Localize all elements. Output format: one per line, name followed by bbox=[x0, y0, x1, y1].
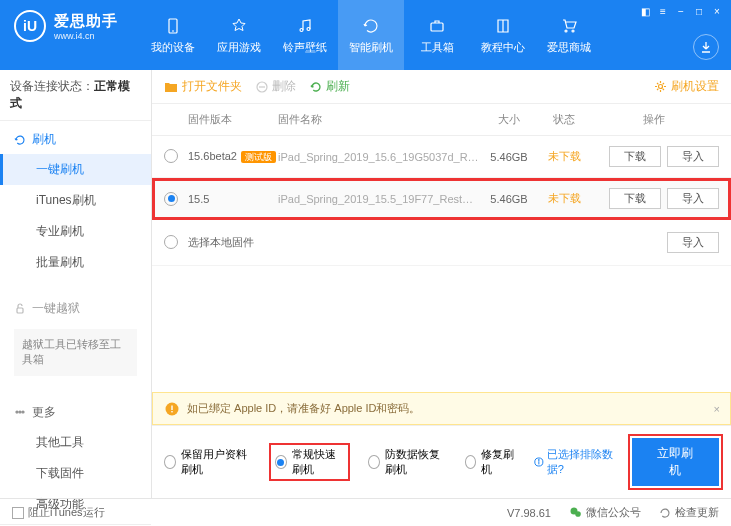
th-state: 状态 bbox=[539, 112, 589, 127]
nav-flash[interactable]: 智能刷机 bbox=[338, 0, 404, 70]
svg-point-3 bbox=[307, 27, 310, 30]
sidebar-item-oneclick-flash[interactable]: 一键刷机 bbox=[0, 154, 151, 185]
local-firmware-row[interactable]: 选择本地固件 导入 bbox=[152, 220, 731, 266]
opt-keep-data[interactable]: 保留用户资料刷机 bbox=[164, 447, 251, 477]
download-manager-button[interactable] bbox=[693, 34, 719, 60]
apps-icon bbox=[229, 16, 249, 36]
nav-ringtones[interactable]: 铃声壁纸 bbox=[272, 0, 338, 70]
import-button[interactable]: 导入 bbox=[667, 146, 719, 167]
nav-store[interactable]: 爱思商城 bbox=[536, 0, 602, 70]
cart-icon bbox=[559, 16, 579, 36]
window-controls: ◧ ≡ − □ × bbox=[637, 4, 725, 18]
toolbox-icon bbox=[427, 16, 447, 36]
update-icon bbox=[659, 507, 671, 519]
beta-badge: 测试版 bbox=[241, 151, 276, 163]
svg-point-8 bbox=[16, 411, 18, 413]
check-update-link[interactable]: 检查更新 bbox=[659, 505, 719, 520]
wechat-link[interactable]: 微信公众号 bbox=[569, 505, 641, 520]
table-header: 固件版本 固件名称 大小 状态 操作 bbox=[152, 104, 731, 136]
wechat-icon bbox=[569, 506, 582, 519]
firmware-name: iPad_Spring_2019_15.5_19F77_Restore.ipsw bbox=[278, 193, 479, 205]
flash-settings-button[interactable]: 刷机设置 bbox=[654, 78, 719, 95]
opt-anti-recovery[interactable]: 防数据恢复刷机 bbox=[368, 447, 446, 477]
sidebar-item-pro-flash[interactable]: 专业刷机 bbox=[0, 216, 151, 247]
brand-url: www.i4.cn bbox=[54, 31, 118, 41]
menu-button[interactable]: ≡ bbox=[655, 4, 671, 18]
main-panel: 打开文件夹 删除 刷新 刷机设置 固件版本 固件名称 大小 状态 操作 15.6… bbox=[152, 70, 731, 498]
firmware-state: 未下载 bbox=[539, 191, 589, 206]
gear-icon bbox=[654, 80, 667, 93]
info-icon bbox=[534, 456, 544, 468]
opt-normal-flash[interactable]: 常规快速刷机 bbox=[275, 447, 344, 477]
row-radio[interactable] bbox=[164, 235, 178, 249]
svg-point-2 bbox=[300, 28, 303, 31]
nav-toolbox[interactable]: 工具箱 bbox=[404, 0, 470, 70]
th-ops: 操作 bbox=[589, 112, 719, 127]
svg-rect-17 bbox=[171, 411, 172, 412]
warning-close-icon[interactable]: × bbox=[714, 403, 720, 415]
connection-status: 设备连接状态：正常模式 bbox=[0, 70, 151, 121]
sidebar: 设备连接状态：正常模式 刷机 一键刷机 iTunes刷机 专业刷机 批量刷机 一… bbox=[0, 70, 152, 498]
delete-icon bbox=[256, 81, 268, 93]
warning-icon bbox=[165, 402, 179, 416]
app-logo-icon: iU bbox=[14, 10, 46, 42]
svg-point-10 bbox=[22, 411, 24, 413]
refresh-button[interactable]: 刷新 bbox=[310, 78, 350, 95]
main-nav: 我的设备 应用游戏 铃声壁纸 智能刷机 工具箱 教程中心 爱思商城 bbox=[140, 0, 602, 70]
block-itunes-checkbox[interactable]: 阻止iTunes运行 bbox=[12, 505, 105, 520]
flash-options: 保留用户资料刷机 常规快速刷机 防数据恢复刷机 修复刷机 已选择排除数据? 立即… bbox=[152, 425, 731, 498]
version-label: V7.98.61 bbox=[507, 507, 551, 519]
svg-rect-4 bbox=[431, 23, 443, 31]
nav-apps[interactable]: 应用游戏 bbox=[206, 0, 272, 70]
book-icon bbox=[493, 16, 513, 36]
logo-area: iU 爱思助手 www.i4.cn bbox=[0, 0, 132, 52]
titlebar: iU 爱思助手 www.i4.cn 我的设备 应用游戏 铃声壁纸 智能刷机 工具… bbox=[0, 0, 731, 70]
jailbreak-note: 越狱工具已转移至工具箱 bbox=[14, 329, 137, 376]
opt-repair[interactable]: 修复刷机 bbox=[465, 447, 516, 477]
svg-point-14 bbox=[659, 85, 663, 89]
sidebar-item-other-tools[interactable]: 其他工具 bbox=[0, 427, 151, 458]
close-button[interactable]: × bbox=[709, 4, 725, 18]
sidebar-group-flash[interactable]: 刷机 bbox=[0, 125, 151, 154]
download-button[interactable]: 下载 bbox=[609, 188, 661, 209]
nav-my-device[interactable]: 我的设备 bbox=[140, 0, 206, 70]
row-radio[interactable] bbox=[164, 192, 178, 206]
th-version: 固件版本 bbox=[188, 112, 278, 127]
refresh-icon bbox=[14, 134, 26, 146]
skin-button[interactable]: ◧ bbox=[637, 4, 653, 18]
nav-tutorials[interactable]: 教程中心 bbox=[470, 0, 536, 70]
firmware-row[interactable]: 15.6beta2测试版 iPad_Spring_2019_15.6_19G50… bbox=[152, 136, 731, 178]
th-size: 大小 bbox=[479, 112, 539, 127]
import-button[interactable]: 导入 bbox=[667, 232, 719, 253]
more-icon bbox=[14, 406, 26, 418]
delete-button[interactable]: 删除 bbox=[256, 78, 296, 95]
sidebar-group-more[interactable]: 更多 bbox=[0, 398, 151, 427]
device-icon bbox=[163, 16, 183, 36]
toolbar: 打开文件夹 删除 刷新 刷机设置 bbox=[152, 70, 731, 104]
download-button[interactable]: 下载 bbox=[609, 146, 661, 167]
sidebar-group-jailbreak[interactable]: 一键越狱 bbox=[0, 294, 151, 323]
firmware-size: 5.46GB bbox=[479, 151, 539, 163]
svg-point-5 bbox=[565, 30, 567, 32]
exclude-data-link[interactable]: 已选择排除数据? bbox=[534, 447, 614, 477]
brand-name: 爱思助手 bbox=[54, 12, 118, 31]
open-folder-button[interactable]: 打开文件夹 bbox=[164, 78, 242, 95]
folder-icon bbox=[164, 81, 178, 93]
minimize-button[interactable]: − bbox=[673, 4, 689, 18]
maximize-button[interactable]: □ bbox=[691, 4, 707, 18]
sidebar-item-itunes-flash[interactable]: iTunes刷机 bbox=[0, 185, 151, 216]
import-button[interactable]: 导入 bbox=[667, 188, 719, 209]
svg-point-20 bbox=[538, 459, 539, 460]
svg-point-6 bbox=[572, 30, 574, 32]
row-radio[interactable] bbox=[164, 149, 178, 163]
flash-icon bbox=[361, 16, 381, 36]
sidebar-item-batch-flash[interactable]: 批量刷机 bbox=[0, 247, 151, 278]
firmware-state: 未下载 bbox=[539, 149, 589, 164]
th-name: 固件名称 bbox=[278, 112, 479, 127]
svg-point-9 bbox=[19, 411, 21, 413]
local-firmware-label: 选择本地固件 bbox=[188, 235, 589, 250]
flash-now-button[interactable]: 立即刷机 bbox=[632, 438, 719, 486]
statusbar: 阻止iTunes运行 V7.98.61 微信公众号 检查更新 bbox=[0, 498, 731, 526]
firmware-row-selected[interactable]: 15.5 iPad_Spring_2019_15.5_19F77_Restore… bbox=[152, 178, 731, 220]
sidebar-item-download-firmware[interactable]: 下载固件 bbox=[0, 458, 151, 489]
